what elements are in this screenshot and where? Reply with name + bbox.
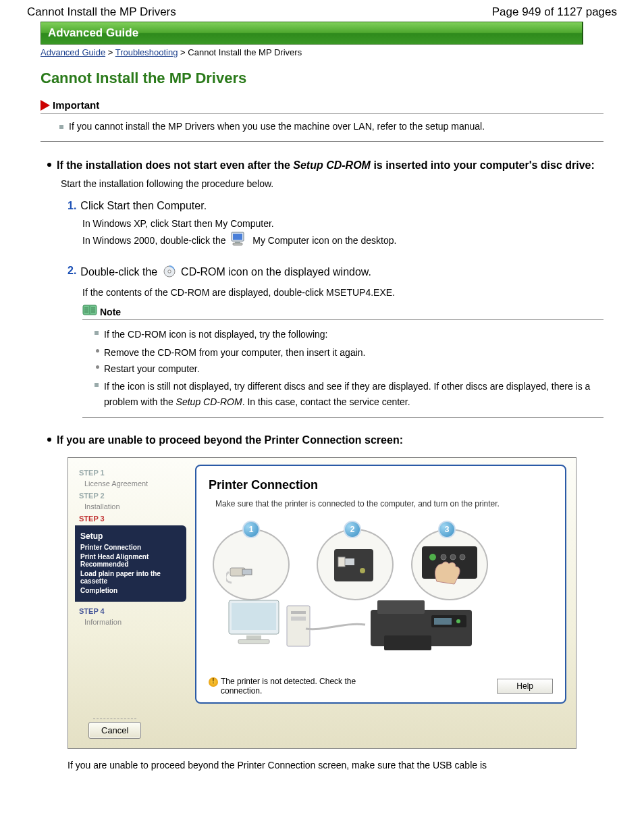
step-title: Double-click the CD-ROM icon on the disp… (80, 265, 371, 281)
power-button-press-icon (419, 541, 480, 590)
breadcrumb: Advanced Guide > Troubleshooting > Canno… (41, 47, 617, 57)
step-title: Click Start then Computer. (80, 200, 207, 212)
play-arrow-icon (41, 100, 50, 111)
sidebar-setup-block: Setup Printer Connection Print Head Alig… (75, 525, 186, 602)
breadcrumb-link-advanced-guide[interactable]: Advanced Guide (41, 47, 105, 57)
connection-diagram: 1 2 3 (209, 517, 553, 652)
svg-rect-3 (233, 243, 242, 245)
help-button[interactable]: Help (497, 679, 553, 694)
svg-rect-21 (238, 640, 269, 644)
sidebar-step-label: STEP 4 (79, 607, 186, 615)
note-text: If the icon is still not displayed, try … (95, 379, 603, 409)
step-text: If the contents of the CD-ROM are displa… (82, 285, 603, 300)
note-label: Note (100, 305, 121, 319)
svg-point-17 (460, 554, 465, 560)
bullet-icon (47, 163, 51, 167)
warning-icon (209, 677, 218, 687)
status-text: The printer is not detected. Check the c… (221, 677, 398, 696)
breadcrumb-current: Cannot Install the MP Drivers (188, 47, 302, 57)
breadcrumb-link-troubleshooting[interactable]: Troubleshooting (115, 47, 178, 57)
svg-rect-23 (291, 611, 306, 614)
svg-point-15 (441, 554, 446, 560)
wizard-main-panel: Printer Connection Make sure that the pr… (195, 465, 566, 704)
note-subtext: Remove the CD-ROM from your computer, th… (95, 345, 603, 360)
sidebar-item: License Agreement (84, 479, 186, 488)
advanced-guide-bar: Advanced Guide (41, 22, 583, 45)
sidebar-step-label-active: STEP 3 (79, 515, 186, 523)
my-computer-icon (230, 231, 248, 251)
important-label: Important (53, 99, 99, 111)
wizard-sidebar: STEP 1 License Agreement STEP 2 Installa… (75, 465, 186, 626)
diagram-badge-3: 3 (438, 521, 456, 538)
diagram-badge-2: 2 (344, 521, 361, 538)
note-text: If the CD-ROM icon is not displayed, try… (95, 327, 603, 342)
section-intro: Start the installation following the pro… (61, 178, 603, 189)
cd-rom-icon (163, 265, 176, 281)
sidebar-step-label: STEP 2 (79, 492, 186, 500)
svg-rect-11 (338, 557, 345, 567)
svg-rect-1 (233, 234, 242, 240)
printer-icon (357, 595, 485, 656)
sidebar-item: Information (84, 618, 186, 626)
sidebar-item: Installation (84, 502, 186, 511)
svg-point-16 (450, 554, 456, 560)
usb-port-icon (327, 544, 381, 587)
svg-point-5 (167, 270, 170, 273)
svg-rect-20 (246, 635, 261, 640)
note-book-icon (82, 305, 97, 319)
step-text: In Windows 2000, double-click the My Com… (82, 231, 603, 251)
step-number: 1. (68, 200, 76, 212)
step-number: 2. (68, 265, 76, 277)
step-text: In Windows XP, click Start then My Compu… (82, 216, 603, 231)
trailing-text: If you are unable to proceed beyond the … (68, 760, 576, 771)
dialog-text: Make sure that the printer is connected … (215, 499, 553, 509)
sidebar-step-label: STEP 1 (79, 469, 186, 477)
svg-rect-28 (434, 618, 452, 625)
doc-title: Cannot Install the MP Drivers (27, 5, 176, 19)
svg-point-12 (360, 568, 365, 573)
printer-connection-dialog: STEP 1 License Agreement STEP 2 Installa… (68, 457, 576, 749)
dialog-title: Printer Connection (209, 478, 553, 492)
important-text: If you cannot install the MP Drivers whe… (59, 121, 603, 132)
svg-rect-30 (384, 635, 431, 650)
cancel-button[interactable]: Cancel (88, 722, 141, 739)
svg-rect-19 (232, 603, 276, 630)
bullet-icon (47, 438, 51, 442)
svg-point-29 (456, 619, 460, 623)
page-indicator: Page 949 of 1127 pages (492, 5, 617, 19)
note-subtext: Restart your computer. (95, 361, 603, 376)
section-heading: If the installation does not start even … (57, 157, 595, 174)
page-title: Cannot Install the MP Drivers (41, 70, 617, 87)
svg-point-14 (429, 554, 436, 561)
cable-line-icon (303, 618, 368, 634)
svg-rect-8 (242, 569, 252, 575)
diagram-badge-1: 1 (242, 521, 260, 538)
usb-cable-icon (226, 545, 275, 585)
section-heading: If you are unable to proceed beyond the … (57, 432, 403, 449)
svg-rect-26 (377, 600, 425, 614)
